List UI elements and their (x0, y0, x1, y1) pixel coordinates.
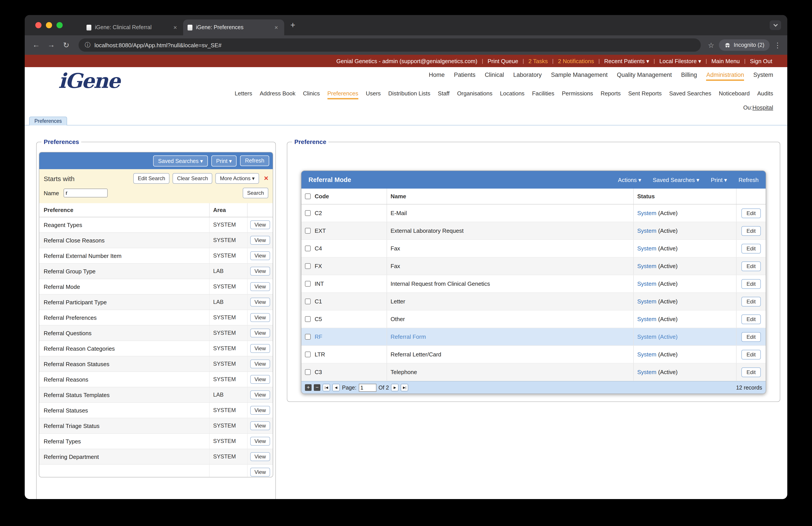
subnav-distribution-lists[interactable]: Distribution Lists (388, 90, 431, 99)
row-checkbox[interactable] (305, 316, 311, 322)
row-checkbox[interactable] (305, 352, 311, 357)
status-system-link[interactable]: System (637, 351, 656, 358)
referral-mode-row[interactable]: C5OtherSystem(Active)Edit (301, 311, 766, 328)
print-menu[interactable]: Print ▾ (711, 176, 727, 183)
edit-button[interactable]: Edit (741, 208, 761, 218)
saved-searches-menu[interactable]: Saved Searches ▾ (653, 176, 699, 183)
view-button[interactable]: View (250, 375, 270, 384)
search-button[interactable]: Search (243, 188, 268, 198)
status-system-link[interactable]: System (637, 245, 656, 252)
name-input[interactable] (63, 188, 107, 197)
recent-patients-menu[interactable]: Recent Patients ▾ (604, 58, 649, 64)
view-button[interactable]: View (250, 298, 270, 307)
subnav-address-book[interactable]: Address Book (260, 90, 295, 99)
edit-button[interactable]: Edit (741, 367, 761, 377)
status-system-link[interactable]: System (637, 298, 656, 305)
subnav-audits[interactable]: Audits (757, 90, 773, 99)
notifications-link[interactable]: 2 Notifications (558, 58, 594, 64)
tasks-link[interactable]: 2 Tasks (528, 58, 548, 64)
print-queue-link[interactable]: Print Queue (488, 58, 518, 64)
zoom-window-button[interactable] (57, 22, 63, 28)
status-system-link[interactable]: System (637, 369, 656, 375)
row-checkbox[interactable] (305, 334, 311, 340)
site-info-icon[interactable]: ⓘ (85, 41, 90, 49)
edit-button[interactable]: Edit (741, 314, 761, 324)
main-menu-link[interactable]: Main Menu (711, 58, 740, 64)
saved-searches-button[interactable]: Saved Searches ▾ (153, 155, 208, 166)
subnav-locations[interactable]: Locations (500, 90, 524, 99)
tab-close-icon[interactable]: × (172, 24, 179, 31)
minimize-window-button[interactable] (46, 22, 52, 28)
subnav-staff[interactable]: Staff (438, 90, 449, 99)
subnav-users[interactable]: Users (366, 90, 381, 99)
nav-patients[interactable]: Patients (454, 72, 476, 81)
subnav-reports[interactable]: Reports (600, 90, 621, 99)
reload-button[interactable]: ↻ (61, 40, 72, 50)
incognito-badge[interactable]: Incognito (2) (719, 39, 770, 51)
nav-home[interactable]: Home (429, 72, 445, 81)
subnav-facilities[interactable]: Facilities (532, 90, 554, 99)
view-button[interactable]: View (250, 390, 270, 399)
ou-hospital-link[interactable]: Hospital (752, 104, 773, 111)
row-checkbox[interactable] (305, 263, 311, 269)
status-system-link[interactable]: System (637, 333, 656, 340)
view-button[interactable]: View (250, 251, 270, 260)
status-system-link[interactable]: System (637, 227, 656, 234)
referral-mode-row[interactable]: C2E-MailSystem(Active)Edit (301, 204, 766, 222)
row-checkbox[interactable] (305, 369, 311, 375)
row-checkbox[interactable] (305, 299, 311, 304)
subnav-letters[interactable]: Letters (235, 90, 252, 99)
view-button[interactable]: View (250, 344, 270, 353)
browser-tab-preferences[interactable]: iGene: Preferences × (183, 19, 284, 35)
page-tab-preferences[interactable]: Preferences (29, 117, 67, 125)
close-window-button[interactable] (35, 22, 42, 28)
new-tab-button[interactable]: + (290, 20, 295, 30)
subnav-preferences[interactable]: Preferences (328, 90, 358, 99)
back-button[interactable]: ← (31, 41, 42, 49)
nav-clinical[interactable]: Clinical (485, 72, 504, 81)
edit-button[interactable]: Edit (741, 332, 761, 342)
nav-administration[interactable]: Administration (706, 72, 744, 81)
subnav-organisations[interactable]: Organisations (457, 90, 492, 99)
tab-close-icon[interactable]: × (273, 24, 280, 31)
edit-button[interactable]: Edit (741, 226, 761, 236)
print-button[interactable]: Print ▾ (212, 155, 237, 166)
edit-search-button[interactable]: Edit Search (133, 173, 170, 184)
clear-search-button[interactable]: Clear Search (173, 173, 213, 184)
view-button[interactable]: View (250, 437, 270, 446)
subnav-clinics[interactable]: Clinics (303, 90, 320, 99)
view-button[interactable]: View (250, 359, 270, 368)
select-all-checkbox[interactable] (305, 194, 311, 199)
page-number-input[interactable] (359, 384, 376, 392)
view-button[interactable]: View (250, 236, 270, 245)
status-system-link[interactable]: System (637, 263, 656, 269)
close-search-icon[interactable]: × (264, 174, 268, 183)
row-checkbox[interactable] (305, 281, 311, 287)
referral-mode-row[interactable]: C4FaxSystem(Active)Edit (301, 240, 766, 257)
collapse-icon[interactable]: − (314, 384, 320, 391)
forward-button[interactable]: → (46, 41, 57, 49)
view-button[interactable]: View (250, 267, 270, 275)
bookmark-star-icon[interactable]: ☆ (708, 41, 714, 49)
referral-mode-row[interactable]: INTInternal Request from Clinical Geneti… (301, 275, 766, 293)
view-button[interactable]: View (250, 468, 270, 477)
tab-search-button[interactable] (770, 20, 781, 30)
row-checkbox[interactable] (305, 245, 311, 251)
nav-laboratory[interactable]: Laboratory (513, 72, 542, 81)
first-page-button[interactable]: |◀ (323, 384, 330, 391)
browser-tab-clinical-referral[interactable]: iGene: Clinical Referral × (82, 19, 183, 35)
local-filestore-menu[interactable]: Local Filestore ▾ (659, 58, 701, 64)
refresh-link[interactable]: Refresh (739, 176, 758, 183)
expand-icon[interactable]: + (305, 384, 311, 391)
next-page-button[interactable]: ▶ (391, 384, 399, 391)
nav-system[interactable]: System (753, 72, 773, 81)
edit-button[interactable]: Edit (741, 350, 761, 359)
prev-page-button[interactable]: ◀ (332, 384, 340, 391)
edit-button[interactable]: Edit (741, 261, 761, 271)
referral-mode-row[interactable]: LTRReferral Letter/CardSystem(Active)Edi… (301, 346, 766, 364)
view-button[interactable]: View (250, 329, 270, 338)
status-system-link[interactable]: System (637, 281, 656, 287)
refresh-button[interactable]: Refresh (240, 155, 269, 166)
url-bar[interactable]: ⓘ localhost:8080/App/App.html?null&local… (78, 39, 701, 52)
last-page-button[interactable]: ▶| (401, 384, 408, 391)
